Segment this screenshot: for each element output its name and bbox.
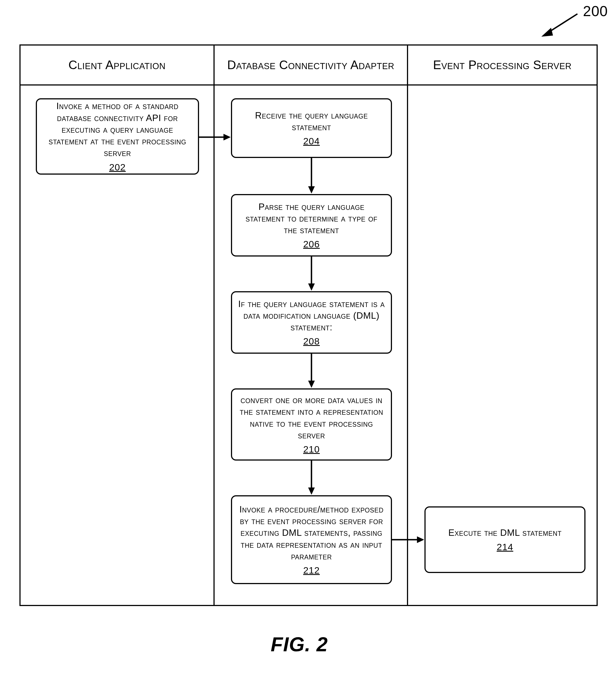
step-212: Invoke a procedure/method exposed by the…: [231, 495, 392, 584]
step-208-text: If the query language statement is a dat…: [238, 298, 385, 333]
lane-header-server-label: Event Processing Server: [433, 58, 572, 72]
lane-header-row: Client Application Database Connectivity…: [20, 46, 597, 86]
lane-header-client: Client Application: [20, 46, 214, 84]
step-210: convert one or more data values in the s…: [231, 388, 392, 461]
step-214: Execute the DML statement 214: [425, 506, 585, 573]
step-214-num: 214: [497, 542, 513, 553]
step-204: Receive the query language statement 204: [231, 98, 392, 158]
arrow-204-to-206: [307, 158, 316, 194]
lane-header-adapter: Database Connectivity Adapter: [215, 46, 407, 84]
svg-marker-3: [223, 134, 231, 140]
step-208: If the query language statement is a dat…: [231, 291, 392, 354]
step-204-num: 204: [303, 136, 320, 147]
step-212-num: 212: [303, 565, 320, 576]
diagram-canvas: 200 Client Application Database Connecti…: [0, 0, 616, 676]
svg-marker-11: [308, 488, 315, 495]
step-212-text: Invoke a procedure/method exposed by the…: [238, 504, 385, 562]
arrow-208-to-210: [307, 354, 316, 389]
step-204-text: Receive the query language statement: [238, 110, 385, 133]
figure-caption: FIG. 2: [271, 633, 328, 656]
step-214-text: Execute the DML statement: [448, 527, 562, 539]
step-202-text: Invoke a method of a standard database c…: [43, 100, 192, 159]
swimlane-table: Client Application Database Connectivity…: [19, 44, 598, 606]
svg-marker-1: [541, 28, 553, 37]
arrow-210-to-212: [307, 461, 316, 496]
svg-marker-5: [308, 186, 315, 193]
step-206-num: 206: [303, 239, 320, 249]
step-210-text: convert one or more data values in the s…: [238, 394, 385, 441]
step-208-num: 208: [303, 336, 320, 347]
lane-header-server: Event Processing Server: [408, 46, 597, 84]
svg-marker-9: [308, 381, 315, 388]
arrow-212-to-214: [392, 536, 425, 544]
arrow-202-to-204: [199, 133, 232, 141]
step-202-num: 202: [109, 162, 126, 173]
lane-header-client-label: Client Application: [68, 58, 166, 72]
step-206: Parse the query language statement to de…: [231, 194, 392, 257]
step-206-text: Parse the query language statement to de…: [238, 201, 385, 236]
lane-divider-1: [214, 46, 215, 605]
step-210-num: 210: [303, 444, 320, 455]
arrow-206-to-208: [307, 257, 316, 292]
svg-marker-7: [308, 283, 315, 291]
step-202: Invoke a method of a standard database c…: [36, 98, 199, 175]
lane-header-adapter-label: Database Connectivity Adapter: [227, 58, 394, 72]
svg-marker-13: [417, 537, 424, 543]
lane-divider-2: [407, 46, 408, 605]
reference-arrow-icon: [536, 11, 580, 42]
reference-number: 200: [583, 3, 608, 19]
